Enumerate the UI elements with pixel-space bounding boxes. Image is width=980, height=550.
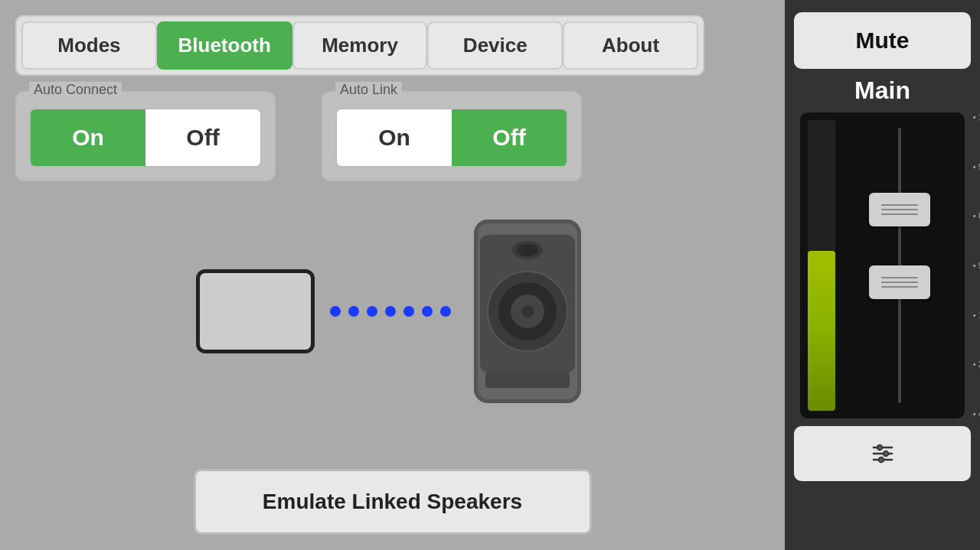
tab-about[interactable]: About xyxy=(563,21,698,70)
fader-scale: • 10 • 5 • U • 5 • 10 • 20 • 40 xyxy=(973,112,980,418)
left-panel: Modes Bluetooth Memory Device About Auto… xyxy=(0,0,785,550)
auto-link-off-button[interactable]: Off xyxy=(452,109,567,166)
svg-rect-10 xyxy=(485,373,570,388)
bt-dot-4 xyxy=(385,306,396,317)
tab-bluetooth[interactable]: Bluetooth xyxy=(157,21,292,70)
speaker-icon xyxy=(466,212,589,411)
level-fill xyxy=(808,251,835,411)
auto-connect-label: Auto Connect xyxy=(29,82,122,98)
auto-link-buttons: On Off xyxy=(335,108,568,168)
scale-label-5a: • 5 xyxy=(973,162,980,171)
auto-connect-on-button[interactable]: On xyxy=(31,109,145,166)
toggle-row: Auto Connect On Off Auto Link On Off xyxy=(15,91,769,181)
tab-modes[interactable]: Modes xyxy=(21,21,157,70)
emulate-linked-speakers-button[interactable]: Emulate Linked Speakers xyxy=(194,469,592,535)
auto-link-on-button[interactable]: On xyxy=(337,109,452,166)
fader-line-6 xyxy=(881,286,918,288)
bluetooth-connection-line xyxy=(330,306,451,317)
fader-line-4 xyxy=(881,277,918,278)
fader-line-1 xyxy=(881,204,918,206)
scale-label-u: • U xyxy=(973,211,980,220)
scale-label-10a: • 10 xyxy=(973,112,980,122)
level-meter xyxy=(808,120,835,411)
bt-dot-6 xyxy=(422,306,433,317)
fader-line-3 xyxy=(881,213,918,215)
auto-connect-buttons: On Off xyxy=(29,108,262,168)
main-label: Main xyxy=(854,76,910,105)
svg-point-16 xyxy=(878,457,884,463)
bt-dot-1 xyxy=(330,306,341,317)
right-panel: Mute Main • 10 • 5 xyxy=(785,0,980,550)
bluetooth-visual xyxy=(15,204,769,418)
auto-connect-group: Auto Connect On Off xyxy=(15,91,276,181)
fader-handle-lower[interactable] xyxy=(869,265,930,299)
tab-bar: Modes Bluetooth Memory Device About xyxy=(15,15,704,76)
bt-dot-7 xyxy=(440,306,451,317)
bt-dot-2 xyxy=(348,306,359,317)
fader-line-2 xyxy=(881,209,918,210)
tablet-icon xyxy=(196,269,315,353)
auto-link-label: Auto Link xyxy=(335,82,402,98)
fader-track[interactable] xyxy=(841,120,957,411)
bt-dot-5 xyxy=(403,306,414,317)
svg-point-8 xyxy=(517,244,538,256)
bt-dot-3 xyxy=(367,306,377,317)
settings-button[interactable] xyxy=(794,426,971,481)
scale-label-5b: • 5 xyxy=(973,261,980,270)
fader-container: • 10 • 5 • U • 5 • 10 • 20 • 40 xyxy=(800,112,965,418)
sliders-icon xyxy=(869,440,897,467)
mute-button[interactable]: Mute xyxy=(794,12,971,69)
fader-line-5 xyxy=(881,282,918,283)
svg-point-14 xyxy=(877,445,882,451)
svg-point-15 xyxy=(883,451,888,457)
tab-memory[interactable]: Memory xyxy=(292,21,428,70)
fader-handle-upper[interactable] xyxy=(869,193,930,226)
svg-point-6 xyxy=(521,305,534,317)
auto-link-group: Auto Link On Off xyxy=(322,91,582,181)
scale-label-10b: • 10 xyxy=(973,311,980,320)
tab-device[interactable]: Device xyxy=(427,21,563,70)
scale-label-40: • 40 xyxy=(973,409,980,418)
scale-label-20: • 20 xyxy=(973,360,980,369)
auto-connect-off-button[interactable]: Off xyxy=(145,109,260,166)
